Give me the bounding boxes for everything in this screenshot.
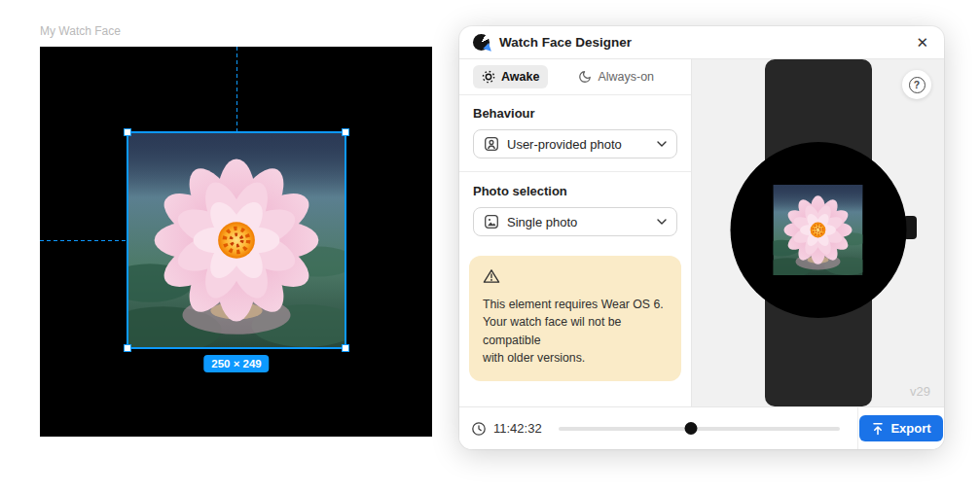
time-display: 11:42:32 — [493, 421, 542, 436]
behaviour-label: Behaviour — [473, 106, 677, 121]
section-divider — [459, 171, 691, 172]
snap-guide-horizontal — [40, 240, 127, 241]
warning-text: This element requires Wear OS 6. Your wa… — [483, 296, 668, 368]
lotus-photo-preview — [774, 185, 863, 275]
resize-handle-bottom-left[interactable] — [124, 344, 131, 352]
warning-triangle-icon — [483, 268, 500, 284]
slider-thumb[interactable] — [684, 422, 697, 435]
controls-column: Awake Always-on Behaviour — [459, 59, 692, 406]
plugin-logo-icon — [473, 34, 490, 51]
help-button[interactable]: ? — [902, 70, 931, 99]
watch-face-artboard[interactable]: 250 × 249 — [40, 47, 432, 437]
tab-always-on[interactable]: Always-on — [569, 65, 663, 88]
selected-photo-layer[interactable] — [127, 131, 346, 349]
export-label: Export — [890, 421, 930, 436]
panel-footer: 11:42:32 Export — [459, 406, 944, 449]
behaviour-select[interactable]: User-provided photo — [473, 129, 677, 158]
chevron-down-icon — [657, 219, 667, 225]
resize-handle-top-right[interactable] — [342, 128, 349, 136]
photo-icon — [484, 214, 499, 229]
moon-icon — [578, 70, 592, 84]
watch-face-designer-panel: Watch Face Designer ✕ Awake Always-on — [459, 26, 944, 449]
tab-awake-label: Awake — [501, 70, 539, 84]
resize-handle-top-left[interactable] — [124, 128, 131, 136]
sun-icon — [482, 70, 495, 84]
user-photo-icon — [484, 136, 499, 152]
watch-face-preview — [730, 142, 906, 318]
tab-awake[interactable]: Awake — [473, 65, 548, 88]
photo-selection-value: Single photo — [507, 215, 577, 229]
behaviour-value: User-provided photo — [507, 137, 622, 152]
photo-selection-select[interactable]: Single photo — [473, 207, 677, 236]
export-icon — [871, 422, 885, 436]
tab-always-on-label: Always-on — [598, 70, 654, 84]
chevron-down-icon — [657, 141, 667, 147]
version-label: v29 — [910, 384, 930, 399]
export-button[interactable]: Export — [859, 415, 942, 441]
mode-tabbar: Awake Always-on — [459, 59, 691, 95]
frame-label[interactable]: My Watch Face — [40, 24, 121, 38]
close-icon[interactable]: ✕ — [914, 33, 930, 52]
clock-icon — [471, 421, 487, 437]
watch-preview: ? v29 — [692, 59, 944, 406]
slider-track — [559, 427, 840, 431]
lotus-photo — [128, 133, 345, 347]
dimension-badge: 250 × 249 — [203, 355, 269, 372]
snap-guide-vertical — [236, 47, 237, 131]
photo-selection-label: Photo selection — [473, 184, 677, 198]
panel-header: Watch Face Designer ✕ — [459, 26, 944, 59]
warning-card: This element requires Wear OS 6. Your wa… — [469, 256, 681, 381]
question-mark-icon: ? — [909, 77, 926, 93]
resize-handle-bottom-right[interactable] — [342, 344, 349, 352]
panel-title: Watch Face Designer — [499, 35, 632, 50]
time-slider[interactable] — [559, 422, 840, 436]
